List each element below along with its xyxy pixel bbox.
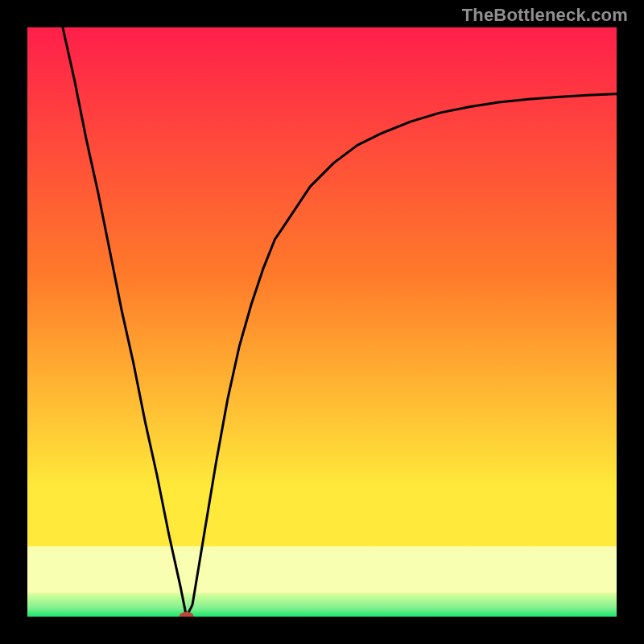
outer-black-frame: { "watermark": "TheBottleneck.com", "col…	[0, 0, 644, 644]
bottleneck-chart	[27, 27, 617, 617]
gradient-background	[27, 27, 617, 617]
watermark-text: TheBottleneck.com	[462, 5, 628, 26]
